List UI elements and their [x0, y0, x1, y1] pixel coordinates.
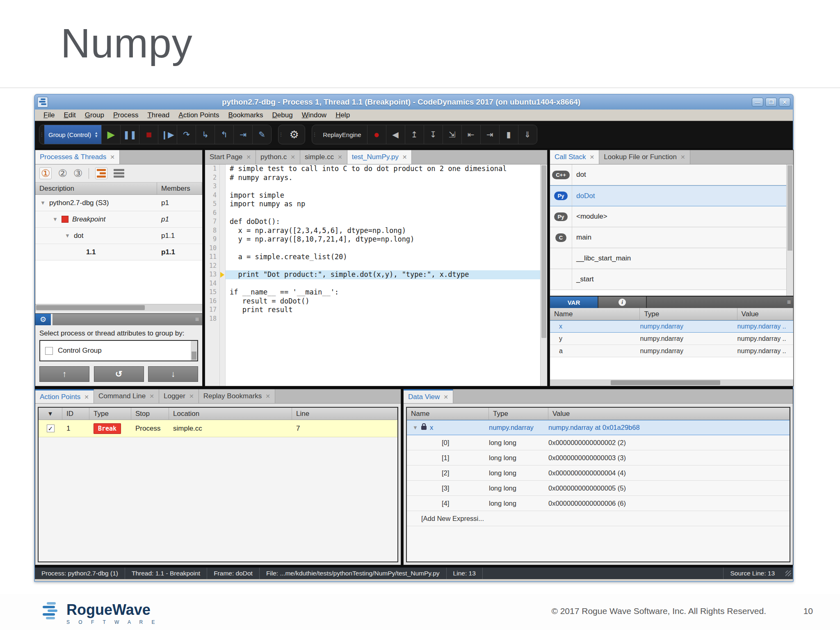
- toolbar-button[interactable]: ❚❚: [120, 125, 139, 144]
- menu-item[interactable]: Process: [109, 111, 143, 119]
- tree-view-icon[interactable]: [95, 167, 107, 179]
- toolbar-button[interactable]: ↳: [196, 125, 215, 144]
- replay-toolbar-button[interactable]: ◀: [386, 125, 405, 144]
- gear-icon[interactable]: ⚙: [35, 314, 51, 325]
- view-mode-button[interactable]: ③: [73, 168, 82, 178]
- window-control-button[interactable]: —: [752, 98, 763, 107]
- close-icon[interactable]: ✕: [443, 394, 448, 400]
- close-icon[interactable]: ✕: [265, 393, 270, 399]
- code-line[interactable]: 17 print result: [205, 306, 547, 315]
- stack-frame-row[interactable]: C main: [550, 227, 793, 248]
- menu-item[interactable]: Debug: [268, 111, 297, 119]
- column-name[interactable]: Name: [550, 308, 640, 320]
- gear-icon[interactable]: ⚙: [283, 125, 305, 144]
- menu-item[interactable]: Thread: [143, 111, 174, 119]
- data-view-row[interactable]: ▼ [0] long long 0x0000000000000002 (2): [407, 435, 790, 450]
- code-line[interactable]: 14: [205, 279, 547, 288]
- action-point-row[interactable]: ✓ 1 Break Process simple.cc 7: [39, 420, 397, 437]
- editor-tab[interactable]: python.c ✕: [256, 150, 300, 164]
- close-icon[interactable]: ✕: [290, 154, 295, 160]
- editor-tab[interactable]: simple.cc ✕: [300, 150, 347, 164]
- close-icon[interactable]: ✕: [189, 393, 194, 399]
- groupby-button[interactable]: ↺: [94, 366, 144, 382]
- code-line[interactable]: 5 import numpy as np: [205, 200, 547, 209]
- menu-item[interactable]: Help: [331, 111, 354, 119]
- stack-frame-row[interactable]: Py <module>: [550, 206, 793, 227]
- horizontal-scrollbar[interactable]: [35, 304, 202, 311]
- view-mode-button[interactable]: ①: [39, 167, 52, 179]
- editor-tab[interactable]: Start Page ✕: [205, 150, 256, 164]
- toolbar-button[interactable]: ↰: [215, 125, 233, 144]
- code-line[interactable]: 18: [205, 315, 547, 324]
- menu-item[interactable]: Action Points: [174, 111, 224, 119]
- replay-toolbar-button[interactable]: ↧: [424, 125, 443, 144]
- code-line[interactable]: 4 import simple: [205, 191, 547, 200]
- var-row[interactable]: y numpy.ndarray numpy.ndarray ..: [550, 333, 793, 345]
- stack-frame-row[interactable]: _start: [550, 269, 793, 290]
- close-icon[interactable]: ✕: [680, 154, 685, 160]
- replay-toolbar-button[interactable]: ↥: [405, 125, 424, 144]
- close-icon[interactable]: ✕: [84, 394, 89, 400]
- expander-icon[interactable]: ▼: [40, 200, 46, 206]
- column-name[interactable]: Name: [407, 408, 489, 420]
- menu-icon[interactable]: ≡: [195, 316, 199, 323]
- drag-handle[interactable]: ⋮: [312, 125, 317, 144]
- code-line[interactable]: 12: [205, 262, 547, 271]
- bottom-tab[interactable]: Action Points ✕: [35, 389, 94, 403]
- stack-frame-row[interactable]: __libc_start_main: [550, 248, 793, 269]
- column-line[interactable]: Line: [292, 408, 397, 420]
- groupby-button[interactable]: ↓: [148, 366, 198, 382]
- view-mode-button[interactable]: ②: [58, 168, 67, 178]
- replay-toolbar-button[interactable]: ⇲: [443, 125, 461, 144]
- data-view-row[interactable]: ▼ [Add New Expressi...: [407, 511, 790, 526]
- toolbar-button[interactable]: ■: [139, 125, 158, 144]
- menu-item[interactable]: Bookmarks: [224, 111, 268, 119]
- column-value[interactable]: Value: [737, 308, 793, 320]
- close-icon[interactable]: ✕: [590, 154, 595, 160]
- bottom-tab[interactable]: Replay Bookmarks ✕: [199, 389, 275, 403]
- close-icon[interactable]: ✕: [110, 154, 115, 160]
- code-line[interactable]: 15 if __name__ == '__main__':: [205, 288, 547, 297]
- code-line[interactable]: 6: [205, 209, 547, 218]
- expander-icon[interactable]: ▼: [65, 233, 70, 239]
- window-control-button[interactable]: ✕: [779, 98, 790, 107]
- drag-handle[interactable]: ⋮: [278, 125, 283, 144]
- data-view-row[interactable]: ▼ [1] long long 0x0000000000000003 (3): [407, 450, 790, 466]
- groupby-option-row[interactable]: Control Group: [40, 341, 191, 361]
- code-line[interactable]: 16 result = doDot(): [205, 297, 547, 306]
- code-line[interactable]: 11 a = simple.create_list(20): [205, 253, 547, 262]
- groupby-button[interactable]: ↑: [39, 366, 89, 382]
- expander-icon[interactable]: ▼: [413, 425, 418, 431]
- code-line[interactable]: 9 y = np.array([8,10,7,21,4], dtype=np.l…: [205, 235, 547, 244]
- menu-item[interactable]: Edit: [59, 111, 80, 119]
- titlebar[interactable]: python2.7-dbg - Process 1, Thread 1.1 (B…: [35, 95, 793, 110]
- drag-handle[interactable]: ⋮: [39, 125, 44, 144]
- column-id[interactable]: ID: [62, 408, 89, 420]
- info-tab[interactable]: i: [598, 297, 647, 308]
- code-line[interactable]: 1 # simple test to call into C to do dot…: [205, 164, 547, 173]
- process-tree-row[interactable]: ▼ dot p1.1: [35, 228, 202, 244]
- editor-tab[interactable]: test_NumPy.py ✕: [347, 150, 412, 164]
- close-icon[interactable]: ✕: [402, 154, 407, 160]
- window-control-button[interactable]: ❐: [765, 98, 777, 107]
- code-line[interactable]: 3: [205, 182, 547, 191]
- data-view-row[interactable]: ▼ x numpy.ndarray numpy.ndarray at 0x01a…: [407, 420, 790, 435]
- column-members[interactable]: Members: [157, 183, 202, 194]
- stack-frame-row[interactable]: Py doDot: [550, 185, 793, 206]
- var-row[interactable]: a numpy.ndarray numpy.ndarray ..: [550, 345, 793, 357]
- replay-toolbar-button[interactable]: ⇓: [518, 125, 537, 144]
- breakpoint-checkbox[interactable]: ✓: [47, 425, 55, 432]
- tab-processes-threads[interactable]: Processes & Threads ✕: [35, 150, 120, 164]
- process-tree-row[interactable]: ▼ python2.7-dbg (S3) p1: [35, 195, 202, 211]
- toolbar-button[interactable]: ↷: [177, 125, 196, 144]
- editor-scrollbar[interactable]: [540, 164, 547, 386]
- data-view-row[interactable]: ▼ [2] long long 0x0000000000000004 (4): [407, 466, 790, 481]
- var-tab[interactable]: VAR: [550, 297, 598, 308]
- code-line[interactable]: 7 def doDot():: [205, 217, 547, 226]
- group-selector-dropdown[interactable]: Group (Control) ▲▼: [44, 125, 101, 144]
- data-view-row[interactable]: ▼ [3] long long 0x0000000000000005 (5): [407, 481, 790, 496]
- column-description[interactable]: Description: [35, 183, 157, 194]
- horizontal-scrollbar[interactable]: [550, 379, 793, 386]
- control-group-checkbox[interactable]: [45, 347, 53, 355]
- var-row[interactable]: x numpy.ndarray numpy.ndarray ..: [550, 320, 793, 333]
